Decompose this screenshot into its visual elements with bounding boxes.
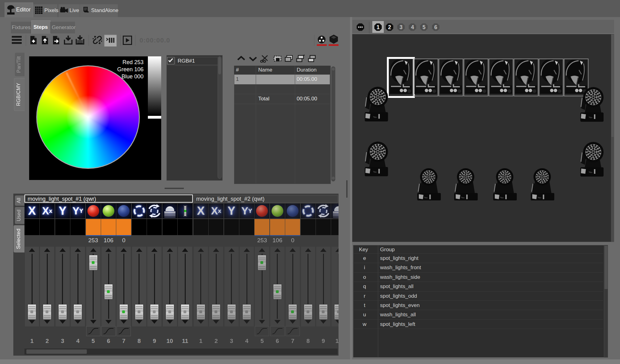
svg-text:4: 4 [411,24,414,30]
svg-text:2: 2 [388,24,391,30]
svg-text:6: 6 [434,24,437,30]
svg-text:1: 1 [377,24,380,30]
svg-text:5: 5 [423,24,426,30]
svg-text:3: 3 [400,24,403,30]
